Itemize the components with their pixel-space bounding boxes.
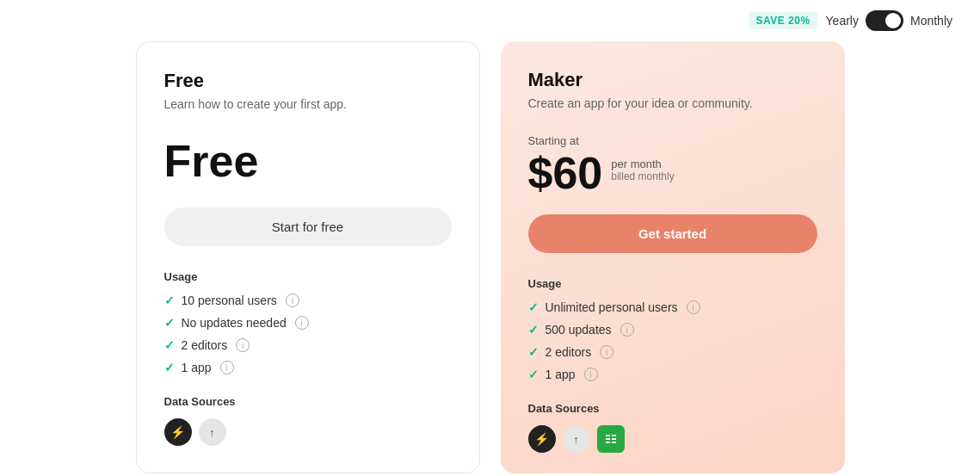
info-icon[interactable]: i bbox=[286, 294, 299, 307]
list-item: ✓ 500 updates i bbox=[528, 323, 817, 337]
maker-price-details: per month billed monthly bbox=[611, 151, 674, 182]
free-plan-name: Free bbox=[164, 70, 452, 92]
maker-data-icons: ⚡ ↑ bbox=[528, 425, 817, 453]
feature-text: 10 personal users bbox=[182, 294, 277, 307]
list-item: ✓ 2 editors i bbox=[528, 345, 817, 359]
per-month-label: per month bbox=[611, 158, 674, 170]
toggle-track bbox=[866, 10, 903, 31]
check-icon: ✓ bbox=[164, 338, 175, 352]
maker-plan-price: $60 bbox=[528, 151, 603, 195]
bolt-icon: ⚡ bbox=[164, 418, 192, 446]
billed-label: billed monthly bbox=[611, 170, 674, 182]
sheets-icon bbox=[597, 425, 625, 453]
monthly-label: Monthly bbox=[910, 14, 952, 28]
free-data-sources-title: Data Sources bbox=[164, 395, 452, 408]
feature-text: 1 app bbox=[182, 361, 212, 374]
feature-text: 2 editors bbox=[182, 338, 228, 352]
maker-plan-name: Maker bbox=[528, 69, 817, 91]
list-item: ✓ 2 editors i bbox=[164, 338, 452, 352]
free-plan-cta-button[interactable]: Start for free bbox=[164, 207, 452, 246]
maker-usage-title: Usage bbox=[528, 277, 817, 290]
svg-rect-3 bbox=[606, 438, 610, 440]
check-icon: ✓ bbox=[528, 345, 539, 359]
free-data-icons: ⚡ ↑ bbox=[164, 418, 452, 446]
starting-at-label: Starting at bbox=[528, 134, 817, 147]
list-item: ✓ 1 app i bbox=[528, 368, 817, 381]
svg-rect-4 bbox=[612, 438, 616, 440]
list-item: ✓ Unlimited personal users i bbox=[528, 300, 817, 314]
svg-rect-1 bbox=[606, 435, 610, 436]
top-bar: SAVE 20% Yearly Monthly bbox=[0, 0, 980, 41]
feature-text: 2 editors bbox=[545, 345, 592, 359]
check-icon: ✓ bbox=[528, 323, 539, 337]
billing-toggle[interactable]: Yearly Monthly bbox=[826, 10, 952, 31]
info-icon[interactable]: i bbox=[295, 316, 309, 330]
toggle-thumb bbox=[885, 13, 901, 28]
bolt-icon: ⚡ bbox=[528, 425, 556, 453]
list-item: ✓ 1 app i bbox=[164, 361, 452, 374]
info-icon[interactable]: i bbox=[600, 345, 613, 359]
info-icon[interactable]: i bbox=[236, 338, 250, 352]
check-icon: ✓ bbox=[164, 316, 175, 330]
free-usage-list: ✓ 10 personal users i ✓ No updates neede… bbox=[164, 294, 452, 374]
svg-rect-0 bbox=[603, 431, 619, 447]
maker-plan-cta-button[interactable]: Get started bbox=[528, 214, 817, 253]
list-item: ✓ No updates needed i bbox=[164, 316, 452, 330]
list-item: ✓ 10 personal users i bbox=[164, 294, 452, 307]
info-icon[interactable]: i bbox=[620, 323, 634, 337]
check-icon: ✓ bbox=[528, 368, 539, 381]
check-icon: ✓ bbox=[164, 361, 175, 374]
svg-rect-2 bbox=[612, 435, 616, 436]
feature-text: 500 updates bbox=[545, 323, 612, 337]
info-icon[interactable]: i bbox=[220, 361, 234, 374]
free-plan-price: Free bbox=[164, 135, 452, 187]
feature-text: Unlimited personal users bbox=[545, 300, 678, 314]
feature-text: No updates needed bbox=[182, 316, 287, 330]
pricing-cards: Free Learn how to create your first app.… bbox=[0, 41, 980, 476]
check-icon: ✓ bbox=[528, 300, 539, 314]
maker-data-sources-title: Data Sources bbox=[528, 402, 817, 415]
free-usage-title: Usage bbox=[164, 270, 452, 283]
check-icon: ✓ bbox=[164, 294, 175, 307]
billing-toggle-switch[interactable] bbox=[866, 10, 903, 31]
upload-icon: ↑ bbox=[199, 418, 226, 446]
free-plan-card: Free Learn how to create your first app.… bbox=[136, 41, 480, 473]
maker-usage-list: ✓ Unlimited personal users i ✓ 500 updat… bbox=[528, 300, 817, 381]
free-plan-description: Learn how to create your first app. bbox=[164, 97, 452, 111]
maker-plan-description: Create an app for your idea or community… bbox=[528, 96, 817, 110]
info-icon[interactable]: i bbox=[584, 368, 598, 381]
maker-price-row: $60 per month billed monthly bbox=[528, 151, 817, 195]
feature-text: 1 app bbox=[545, 368, 576, 381]
save-badge: SAVE 20% bbox=[749, 12, 817, 29]
maker-plan-card: Maker Create an app for your idea or com… bbox=[501, 41, 845, 473]
svg-rect-5 bbox=[606, 442, 610, 443]
info-icon[interactable]: i bbox=[687, 300, 700, 314]
yearly-label: Yearly bbox=[826, 14, 859, 28]
upload-icon: ↑ bbox=[563, 425, 590, 453]
svg-rect-6 bbox=[612, 442, 616, 443]
